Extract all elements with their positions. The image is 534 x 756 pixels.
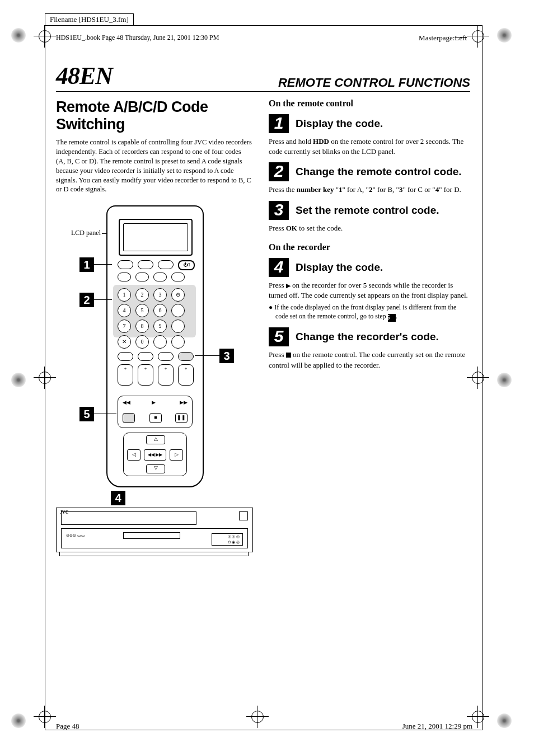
section-heading: REMOTE CONTROL FUNCTIONS — [278, 76, 470, 90]
divider — [56, 91, 470, 92]
step-ref-icon: 5 — [388, 314, 396, 322]
illustration: LCD panel ⏻/I — [56, 205, 252, 586]
step-5: 5 Change the recorder's code. — [269, 327, 470, 346]
content: 48EN REMOTE CONTROL FUNCTIONS Remote A/B… — [56, 62, 470, 586]
step-heading: Display the code. — [296, 261, 383, 274]
step-number: 1 — [269, 114, 289, 133]
numkey-3: 3 — [153, 288, 167, 302]
remote-button — [138, 352, 153, 361]
transport-pad: ◀◀ ▶ ▶▶ ■ ❚❚ — [118, 396, 193, 428]
leader-line — [195, 355, 219, 356]
numkey-7: 7 — [118, 320, 131, 333]
ornament-corner — [497, 713, 512, 728]
step-1: 1 Display the code. — [269, 114, 470, 133]
remote-button: + — [158, 364, 174, 386]
remote-button — [118, 273, 131, 281]
step-heading: Set the remote control code. — [296, 204, 439, 217]
numkey-5: 5 — [135, 304, 149, 317]
ornament-corner — [11, 373, 26, 387]
remote-button — [153, 335, 167, 349]
numkey-4: 4 — [118, 304, 131, 317]
subhead-remote: On the remote control — [269, 98, 470, 109]
numkey-2: 2 — [135, 288, 149, 302]
nav-pad: △ ◁ ◀◀ ▶▶ ▷ ▽ — [123, 433, 187, 476]
step-heading: Change the recorder's code. — [296, 331, 439, 343]
ornament-corner — [11, 713, 26, 728]
leader-line — [94, 414, 116, 414]
remote-control-illustration: ⏻/I 1 2 3 — [106, 205, 204, 487]
ok-button — [178, 352, 194, 361]
lcd-label: LCD panel — [50, 229, 101, 237]
filename-box: Filename [HDS1EU_3.fm] — [45, 13, 134, 26]
step-4-body: Press ▶ on the recorder for over 5 secon… — [269, 280, 470, 300]
step-4-note: ● If the code displayed on the front dis… — [269, 303, 470, 322]
callout-3: 3 — [219, 349, 234, 363]
callout-1: 1 — [79, 257, 94, 272]
step-5-body: Press on the remote control. The code cu… — [269, 350, 470, 370]
page-lang: EN — [79, 62, 113, 90]
remote-button — [171, 320, 185, 333]
numkey-6: 6 — [153, 304, 167, 317]
footer: Page 48 June 21, 2001 12:29 pm — [56, 722, 472, 731]
step-number: 2 — [269, 162, 289, 181]
remote-button: + — [178, 364, 194, 386]
cancel-icon: ✕ — [118, 335, 131, 349]
step-2: 2 Change the remote control code. — [269, 162, 470, 181]
step-number: 5 — [269, 327, 289, 346]
ornament-corner — [497, 28, 512, 43]
footer-page: Page 48 — [56, 722, 79, 731]
stop-icon — [286, 353, 291, 358]
lcd-panel — [119, 219, 193, 256]
step-heading: Display the code. — [296, 118, 383, 130]
recorder-power — [239, 511, 248, 520]
step-number: 4 — [269, 258, 289, 277]
remote-button: + — [118, 364, 133, 386]
left-column: Remote A/B/C/D Code Switching The remote… — [56, 95, 252, 586]
page-number: 48 — [56, 62, 79, 90]
remote-button — [171, 335, 185, 349]
numkey-8: 8 — [135, 320, 149, 333]
remote-button — [153, 273, 167, 281]
numkey-0: 0 — [135, 335, 149, 349]
remote-button — [158, 352, 174, 361]
subhead-recorder: On the recorder — [269, 242, 470, 252]
remote-button: ⊖ — [171, 288, 185, 302]
callout-5: 5 — [79, 407, 94, 421]
remote-button — [118, 260, 133, 269]
recorder-tray — [61, 511, 196, 525]
page-title: Remote A/B/C/D Code Switching — [56, 98, 252, 133]
numkey-1: 1 — [118, 288, 131, 302]
remote-button — [171, 304, 185, 317]
step-2-body: Press the number key "1" for A, "2" for … — [269, 185, 470, 195]
leader-line — [94, 299, 112, 300]
remote-button — [138, 260, 153, 269]
footer-date: June 21, 2001 12:29 pm — [402, 722, 472, 731]
step-number: 3 — [269, 201, 289, 220]
step-heading: Change the remote control code. — [296, 166, 462, 178]
ornament-corner — [11, 28, 26, 43]
recorder-panel: ⊝⊝⊝ ▭▭ ◎ ◎ ◎ ⊝ ◉ ◎ — [61, 528, 248, 548]
step-3: 3 Set the remote control code. — [269, 201, 470, 220]
step-4: 4 Display the code. — [269, 258, 470, 277]
remote-button — [171, 273, 185, 281]
callout-4: 4 — [111, 491, 125, 505]
remote-button: + — [138, 364, 153, 386]
ornament-corner — [497, 373, 512, 387]
page: Filename [HDS1EU_3.fm] HDS1EU_.book Page… — [0, 0, 534, 756]
intro-text: The remote control is capable of control… — [56, 138, 252, 194]
page-number-block: 48EN — [56, 62, 113, 90]
remote-button — [118, 352, 133, 361]
remote-button: ⏻/I — [178, 260, 195, 270]
play-icon: ▶ — [286, 282, 291, 289]
callout-2: 2 — [79, 293, 94, 307]
recorder-illustration: JVC ⊝⊝⊝ ▭▭ ◎ ◎ ◎ ⊝ ◉ ◎ — [56, 508, 252, 556]
step-3-body: Press OK to set the code. — [269, 223, 470, 233]
numkey-9: 9 — [153, 320, 167, 333]
leader-line — [94, 264, 112, 265]
right-column: On the remote control 1 Display the code… — [269, 95, 470, 586]
remote-button — [135, 273, 149, 281]
remote-button — [158, 260, 174, 269]
step-1-body: Press and hold HDD on the remote control… — [269, 137, 470, 157]
